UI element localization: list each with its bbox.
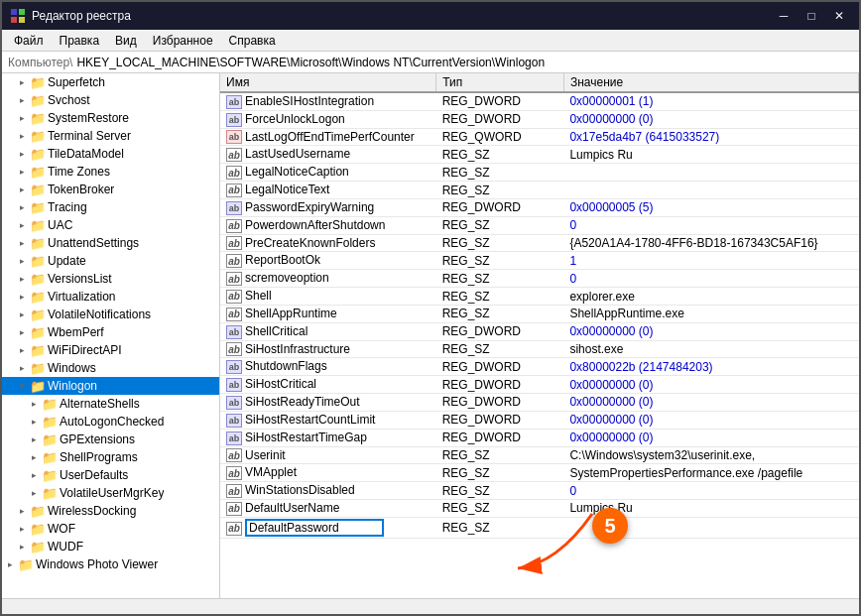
table-row[interactable]: abLegalNoticeCaptionREG_SZ bbox=[220, 164, 859, 182]
table-row[interactable]: abShellAppRuntimeREG_SZShellAppRuntime.e… bbox=[220, 305, 859, 322]
expand-btn-volatileusermgrkey[interactable]: ▸ bbox=[26, 485, 42, 501]
expand-btn-wof[interactable]: ▸ bbox=[14, 521, 30, 537]
table-row[interactable]: abReportBootOkREG_SZ1 bbox=[220, 252, 859, 270]
table-row[interactable]: abShellCriticalREG_DWORD0x00000000 (0) bbox=[220, 322, 859, 340]
table-row[interactable]: abscremoveoptionREG_SZ0 bbox=[220, 270, 859, 288]
sidebar-item-volatileusermgrkey[interactable]: ▸📁VolatileUserMgrKey bbox=[2, 484, 219, 502]
table-row[interactable]: abPasswordExpiryWarningREG_DWORD0x000000… bbox=[220, 198, 859, 216]
menu-item-вид[interactable]: Вид bbox=[107, 32, 145, 50]
sidebar-item-update[interactable]: ▸📁Update bbox=[2, 252, 219, 270]
sidebar-item-tokenbroker[interactable]: ▸📁TokenBroker bbox=[2, 181, 219, 198]
sidebar-item-userdefaults[interactable]: ▸📁UserDefaults bbox=[2, 466, 219, 484]
expand-btn-wifidirectapi[interactable]: ▸ bbox=[14, 342, 30, 358]
expand-btn-svchost[interactable]: ▸ bbox=[14, 92, 30, 108]
col-header-type[interactable]: Тип bbox=[436, 73, 564, 92]
table-row[interactable]: abVMAppletREG_SZSystemPropertiesPerforma… bbox=[220, 464, 859, 482]
table-row[interactable]: abPreCreateKnownFoldersREG_SZ{A520A1A4-1… bbox=[220, 234, 859, 252]
sidebar-item-windows[interactable]: ▸📁Windows bbox=[2, 359, 219, 377]
sidebar-item-wof[interactable]: ▸📁WOF bbox=[2, 520, 219, 538]
cell-type-19: REG_DWORD bbox=[436, 429, 564, 446]
close-button[interactable]: ✕ bbox=[827, 7, 851, 25]
expand-btn-userdefaults[interactable]: ▸ bbox=[26, 467, 42, 483]
sidebar-item-tracing[interactable]: ▸📁Tracing bbox=[2, 198, 219, 216]
sidebar-item-winlogon[interactable]: ▾📁Winlogon bbox=[2, 377, 219, 395]
sidebar-item-windowsphotoviewer[interactable]: ▸📁Windows Photo Viewer bbox=[2, 555, 219, 573]
col-header-name[interactable]: Имя bbox=[220, 73, 436, 92]
expand-btn-uac[interactable]: ▸ bbox=[14, 217, 30, 233]
expand-btn-autologonchecked[interactable]: ▸ bbox=[26, 414, 42, 430]
sidebar-item-wbemperf[interactable]: ▸📁WbemPerf bbox=[2, 323, 219, 341]
expand-btn-shellprograms[interactable]: ▸ bbox=[26, 449, 42, 465]
sidebar-item-terminalserver[interactable]: ▸📁Terminal Server bbox=[2, 127, 219, 145]
expand-btn-versionslist[interactable]: ▸ bbox=[14, 271, 30, 287]
sidebar-item-wudf[interactable]: ▸📁WUDF bbox=[2, 538, 219, 555]
expand-btn-tiledatamodel[interactable]: ▸ bbox=[14, 146, 30, 162]
expand-btn-update[interactable]: ▸ bbox=[14, 253, 30, 269]
expand-btn-windowsphotoviewer[interactable]: ▸ bbox=[2, 556, 18, 572]
sidebar-label-wbemperf: WbemPerf bbox=[48, 325, 104, 339]
table-row[interactable]: abSiHostInfrastructureREG_SZsihost.exe bbox=[220, 340, 859, 358]
table-row[interactable]: abLastLogOffEndTimePerfCounterREG_QWORD0… bbox=[220, 128, 859, 146]
menu-item-правка[interactable]: Правка bbox=[52, 32, 108, 50]
folder-icon-tracing: 📁 bbox=[30, 199, 46, 215]
table-row[interactable]: abShellREG_SZexplorer.exe bbox=[220, 288, 859, 306]
expand-btn-timezones[interactable]: ▸ bbox=[14, 164, 30, 180]
minimize-button[interactable]: ─ bbox=[772, 7, 796, 25]
menu-item-избранное[interactable]: Избранное bbox=[145, 32, 221, 50]
type-icon-12: ab bbox=[226, 308, 242, 321]
expand-btn-unattendsettings[interactable]: ▸ bbox=[14, 235, 30, 251]
expand-btn-gpextensions[interactable]: ▸ bbox=[26, 431, 42, 447]
expand-btn-windows[interactable]: ▸ bbox=[14, 360, 30, 376]
sidebar-item-systemrestore[interactable]: ▸📁SystemRestore bbox=[2, 109, 219, 127]
table-row[interactable]: abSiHostCriticalREG_DWORD0x00000000 (0) bbox=[220, 376, 859, 394]
table-row[interactable]: abLegalNoticeTextREG_SZ bbox=[220, 182, 859, 199]
sidebar-item-timezones[interactable]: ▸📁Time Zones bbox=[2, 163, 219, 181]
sidebar-item-versionslist[interactable]: ▸📁VersionsList bbox=[2, 270, 219, 288]
sidebar-item-virtualization[interactable]: ▸📁Virtualization bbox=[2, 288, 219, 306]
table-row[interactable]: abLastUsedUsernameREG_SZLumpics Ru bbox=[220, 146, 859, 164]
expand-btn-winlogon[interactable]: ▾ bbox=[14, 378, 30, 394]
maximize-button[interactable]: □ bbox=[800, 7, 823, 25]
cell-name-24[interactable]: ab bbox=[220, 517, 436, 538]
table-row[interactable]: abSiHostRestartCountLimitREG_DWORD0x0000… bbox=[220, 411, 859, 429]
expand-btn-superfetch[interactable]: ▸ bbox=[14, 74, 30, 90]
cell-name-16: abSiHostCritical bbox=[220, 376, 436, 394]
sidebar-item-shellprograms[interactable]: ▸📁ShellPrograms bbox=[2, 448, 219, 466]
sidebar-item-wirelessdocking[interactable]: ▸📁WirelessDocking bbox=[2, 502, 219, 520]
table-row[interactable]: abShutdownFlagsREG_DWORD0x8000022b (2147… bbox=[220, 358, 859, 376]
sidebar-item-alternateshells[interactable]: ▸📁AlternateShells bbox=[2, 395, 219, 413]
sidebar-item-wifidirectapi[interactable]: ▸📁WiFiDirectAPI bbox=[2, 341, 219, 359]
expand-btn-alternateshells[interactable]: ▸ bbox=[26, 396, 42, 412]
expand-btn-terminalserver[interactable]: ▸ bbox=[14, 128, 30, 144]
folder-icon-superfetch: 📁 bbox=[30, 74, 46, 90]
svg-rect-1 bbox=[19, 9, 25, 15]
expand-btn-tokenbroker[interactable]: ▸ bbox=[14, 182, 30, 197]
menu-item-файл[interactable]: Файл bbox=[6, 32, 52, 50]
sidebar-item-svchost[interactable]: ▸📁Svchost bbox=[2, 91, 219, 109]
expand-btn-volatilenotifications[interactable]: ▸ bbox=[14, 307, 30, 322]
expand-btn-virtualization[interactable]: ▸ bbox=[14, 289, 30, 305]
sidebar-item-volatilenotifications[interactable]: ▸📁VolatileNotifications bbox=[2, 306, 219, 323]
sidebar-item-gpextensions[interactable]: ▸📁GPExtensions bbox=[2, 431, 219, 448]
table-row[interactable]: abUserinitREG_SZC:\Windows\system32\user… bbox=[220, 446, 859, 464]
table-row[interactable]: abPowerdownAfterShutdownREG_SZ0 bbox=[220, 216, 859, 234]
expand-btn-tracing[interactable]: ▸ bbox=[14, 199, 30, 215]
table-row[interactable]: abForceUnlockLogonREG_DWORD0x00000000 (0… bbox=[220, 110, 859, 128]
sidebar-item-uac[interactable]: ▸📁UAC bbox=[2, 216, 219, 234]
folder-icon-systemrestore: 📁 bbox=[30, 110, 46, 126]
sidebar-item-tiledatamodel[interactable]: ▸📁TileDataModel bbox=[2, 145, 219, 163]
expand-btn-wudf[interactable]: ▸ bbox=[14, 539, 30, 554]
table-row[interactable]: abSiHostReadyTimeOutREG_DWORD0x00000000 … bbox=[220, 394, 859, 412]
editing-name-input[interactable] bbox=[245, 519, 384, 537]
expand-btn-systemrestore[interactable]: ▸ bbox=[14, 110, 30, 126]
expand-btn-wbemperf[interactable]: ▸ bbox=[14, 324, 30, 340]
table-row[interactable]: abSiHostRestartTimeGapREG_DWORD0x0000000… bbox=[220, 429, 859, 446]
col-header-value[interactable]: Значение bbox=[563, 73, 858, 92]
table-row[interactable]: abEnableSIHostIntegrationREG_DWORD0x0000… bbox=[220, 92, 859, 110]
menu-item-справка[interactable]: Справка bbox=[221, 32, 284, 50]
sidebar-item-superfetch[interactable]: ▸📁Superfetch bbox=[2, 73, 219, 91]
sidebar-item-autologonchecked[interactable]: ▸📁AutoLogonChecked bbox=[2, 413, 219, 431]
table-row[interactable]: abWinStationsDisabledREG_SZ0 bbox=[220, 482, 859, 500]
sidebar-item-unattendsettings[interactable]: ▸📁UnattendSettings bbox=[2, 234, 219, 252]
expand-btn-wirelessdocking[interactable]: ▸ bbox=[14, 503, 30, 519]
